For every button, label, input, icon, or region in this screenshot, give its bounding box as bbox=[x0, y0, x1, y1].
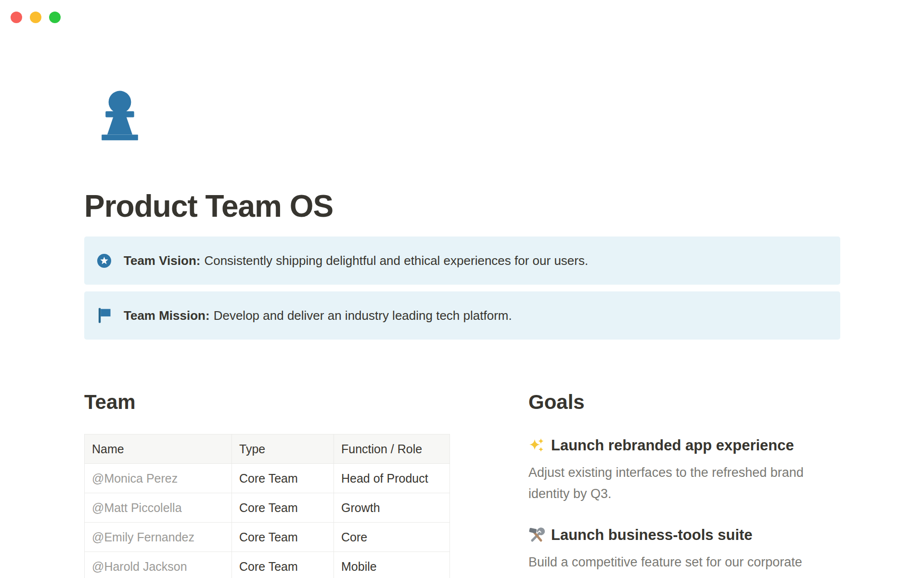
callout-label: Team Vision: bbox=[124, 253, 200, 268]
hammer-wrench-emoji bbox=[528, 527, 545, 543]
column-header-name[interactable]: Name bbox=[85, 434, 232, 464]
table-row: @Harold Jackson Core Team Mobile bbox=[85, 552, 450, 578]
team-table: Name Type Function / Role @Monica Perez … bbox=[84, 434, 450, 578]
flag-icon bbox=[97, 307, 111, 324]
person-mention[interactable]: @Emily Fernandez bbox=[85, 523, 232, 552]
goal-title-text: Launch business-tools suite bbox=[551, 525, 753, 545]
team-column: Team Name Type Function / Role @Monica P… bbox=[84, 390, 449, 578]
goal-item: Launch business-tools suite Build a comp… bbox=[528, 525, 840, 573]
goal-item: Launch rebranded app experience Adjust e… bbox=[528, 436, 840, 504]
callout-label: Team Mission: bbox=[124, 308, 210, 323]
column-header-type[interactable]: Type bbox=[232, 434, 334, 464]
window-controls bbox=[11, 12, 61, 23]
table-cell-role[interactable]: Mobile bbox=[334, 552, 450, 578]
callout-text: Team Vision:Consistently shipping deligh… bbox=[124, 252, 588, 269]
table-cell-type[interactable]: Core Team bbox=[232, 552, 334, 578]
pawn-icon[interactable] bbox=[98, 89, 142, 141]
callout-team-vision[interactable]: Team Vision:Consistently shipping deligh… bbox=[84, 236, 840, 285]
minimize-button[interactable] bbox=[30, 12, 41, 23]
table-row: @Emily Fernandez Core Team Core bbox=[85, 523, 450, 552]
callout-body: Consistently shipping delightful and eth… bbox=[204, 253, 588, 268]
goal-description: Build a competitive feature set for our … bbox=[528, 552, 840, 573]
table-cell-type[interactable]: Core Team bbox=[232, 464, 334, 493]
table-row: @Matt Piccolella Core Team Growth bbox=[85, 493, 450, 523]
goal-title[interactable]: Launch business-tools suite bbox=[528, 525, 840, 545]
table-cell-role[interactable]: Head of Product bbox=[334, 464, 450, 493]
table-cell-type[interactable]: Core Team bbox=[232, 493, 334, 523]
goals-column: Goals Launch rebranded app experience Ad… bbox=[528, 390, 840, 578]
table-header-row: Name Type Function / Role bbox=[85, 434, 450, 464]
callout-text: Team Mission:Develop and deliver an indu… bbox=[124, 307, 512, 324]
sparkles-emoji bbox=[528, 437, 545, 454]
table-cell-type[interactable]: Core Team bbox=[232, 523, 334, 552]
star-badge-icon bbox=[97, 252, 111, 269]
goal-title-text: Launch rebranded app experience bbox=[551, 436, 794, 455]
page-title: Product Team OS bbox=[84, 189, 840, 223]
table-cell-role[interactable]: Growth bbox=[334, 493, 450, 523]
callout-team-mission[interactable]: Team Mission:Develop and deliver an indu… bbox=[84, 291, 840, 340]
person-mention[interactable]: @Monica Perez bbox=[85, 464, 232, 493]
two-column-layout: Team Name Type Function / Role @Monica P… bbox=[84, 390, 840, 578]
team-heading: Team bbox=[84, 390, 449, 415]
goal-description: Adjust existing interfaces to the refres… bbox=[528, 462, 840, 504]
table-row: @Monica Perez Core Team Head of Product bbox=[85, 464, 450, 493]
person-mention[interactable]: @Harold Jackson bbox=[85, 552, 232, 578]
column-header-role[interactable]: Function / Role bbox=[334, 434, 450, 464]
person-mention[interactable]: @Matt Piccolella bbox=[85, 493, 232, 523]
table-cell-role[interactable]: Core bbox=[334, 523, 450, 552]
goal-title[interactable]: Launch rebranded app experience bbox=[528, 436, 840, 455]
zoom-button[interactable] bbox=[49, 12, 61, 23]
goals-heading: Goals bbox=[528, 390, 840, 415]
callout-body: Develop and deliver an industry leading … bbox=[214, 308, 512, 323]
close-button[interactable] bbox=[11, 12, 22, 23]
notion-page: Product Team OS Team Vision:Consistently… bbox=[84, 89, 840, 578]
